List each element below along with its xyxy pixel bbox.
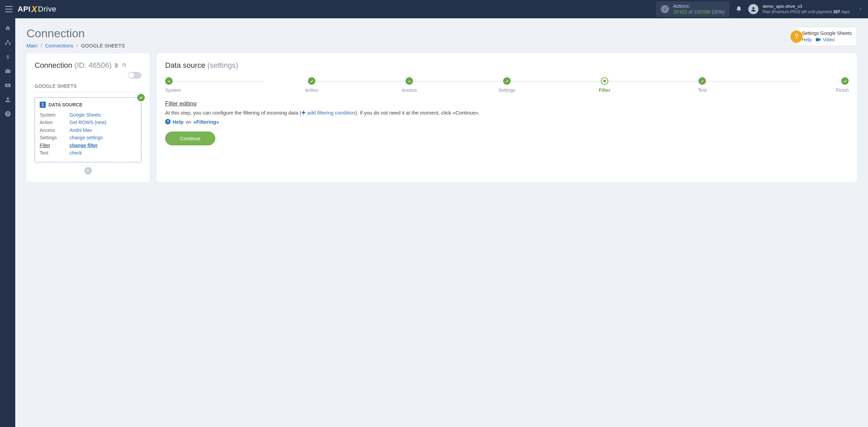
data-source-box: 1 DATA SOURCE SystemGoogle SheetsActionG… — [35, 97, 141, 162]
step-filter[interactable]: Filter — [556, 77, 653, 93]
home-icon[interactable] — [4, 25, 11, 32]
svg-point-0 — [752, 7, 754, 9]
step-dot — [503, 77, 511, 85]
plus-icon: ✚ — [301, 110, 307, 116]
help-info-icon: ? — [165, 119, 171, 124]
filter-editing-body: At this step, you can configure the filt… — [165, 109, 849, 117]
ds-row-key: Settings — [40, 134, 70, 141]
ds-row-link[interactable]: Andrii Mav — [70, 127, 92, 133]
actions-total: 100'000 — [694, 9, 710, 15]
ds-row-key: Filter — [40, 142, 70, 149]
step-finish[interactable]: Finish — [751, 77, 849, 93]
page-title: Connection — [26, 27, 125, 40]
info-icon: i — [661, 5, 669, 13]
step-label: Filter — [599, 87, 610, 93]
help-question-icon: ? — [790, 30, 803, 43]
dollar-icon[interactable]: $ — [4, 54, 11, 60]
step-dot — [406, 77, 413, 85]
user-menu[interactable]: demo_apix-drive_s3 Plan |Premium PRO| le… — [748, 4, 863, 14]
data-source-settings-card: Data source (settings) SystemActionAcces… — [157, 54, 857, 182]
user-icon[interactable] — [4, 96, 11, 103]
ds-row-link[interactable]: check — [70, 150, 82, 156]
logo-drive: Drive — [38, 5, 56, 14]
logo-api: API — [18, 5, 31, 14]
step-label: Access — [401, 87, 417, 93]
connection-label: Connection — [35, 61, 72, 70]
question-icon[interactable]: ? — [4, 110, 11, 117]
add-filtering-link[interactable]: add filtering condition — [307, 110, 355, 116]
help-filtering-link[interactable]: Help — [173, 119, 184, 125]
ds-row-action: ActionGet ROWS (new) — [40, 119, 136, 126]
actions-counter[interactable]: i Actions: 20'422 of 100'000 (20%) — [656, 1, 729, 17]
continue-button[interactable]: Continue — [165, 131, 215, 145]
step-test[interactable]: Test — [653, 77, 751, 93]
step-action[interactable]: Action — [263, 77, 360, 93]
bell-icon[interactable] — [735, 6, 742, 13]
breadcrumb: Main / Connections / GOOGLE SHEETS — [26, 43, 125, 48]
logo-x: X — [31, 4, 37, 15]
ds-row-link[interactable]: change settings — [70, 135, 103, 140]
breadcrumb-main[interactable]: Main — [26, 43, 38, 48]
svg-point-6 — [6, 97, 9, 100]
actions-label: Actions: — [673, 3, 725, 9]
step-label: Settings — [498, 87, 516, 93]
gear-icon[interactable] — [121, 63, 126, 68]
svg-rect-9 — [816, 38, 819, 41]
step-settings[interactable]: Settings — [458, 77, 556, 93]
ds-row-key: Test — [40, 149, 70, 157]
document-icon[interactable] — [114, 63, 119, 68]
help-link[interactable]: Help — [802, 37, 812, 42]
connection-toggle[interactable] — [128, 72, 141, 79]
step-dot — [308, 77, 315, 85]
connection-card: Connection (ID: 46506) GOOGLE SHEETS 1 D… — [26, 54, 150, 182]
user-plan: Plan |Premium PRO| left until payment 10… — [763, 9, 850, 15]
ds-badge: 1 — [40, 102, 46, 108]
logo[interactable]: APIXDrive — [18, 4, 56, 15]
briefcase-icon[interactable] — [4, 68, 11, 75]
actions-of: of — [689, 9, 693, 15]
breadcrumb-connections[interactable]: Connections — [45, 43, 73, 48]
content: Connection Main / Connections / GOOGLE S… — [15, 18, 868, 427]
step-label: System — [165, 87, 181, 93]
ds-row-key: Action — [40, 119, 70, 126]
ds-title: DATA SOURCE — [48, 102, 82, 107]
step-label: Action — [305, 87, 318, 93]
help-card: ? Settings Google Sheets Help Video — [797, 27, 857, 46]
sitemap-icon[interactable] — [4, 39, 11, 46]
actions-used: 20'422 — [673, 9, 687, 15]
ds-settings-sub: (settings) — [208, 61, 238, 69]
step-system[interactable]: System — [165, 77, 263, 93]
ds-row-link[interactable]: Google Sheets — [70, 112, 101, 118]
step-label: Test — [698, 87, 707, 93]
connection-id: (ID: 46506) — [74, 61, 112, 70]
chevron-down-icon — [858, 7, 863, 12]
breadcrumb-current: GOOGLE SHEETS — [81, 43, 125, 48]
add-button[interactable]: + — [84, 167, 92, 175]
ds-row-settings: Settingschange settings — [40, 134, 136, 141]
ds-row-link[interactable]: Get ROWS (new) — [70, 120, 106, 125]
help-card-title: Settings Google Sheets — [802, 30, 852, 36]
ds-row-system: SystemGoogle Sheets — [40, 111, 136, 119]
user-name: demo_apix-drive_s3 — [763, 4, 850, 9]
filter-editing-title: Filter editing — [165, 100, 849, 107]
ds-row-test: Testcheck — [40, 149, 136, 157]
step-label: Finish — [836, 87, 849, 93]
ds-settings-title: Data source — [165, 61, 205, 69]
menu-toggle[interactable] — [5, 6, 13, 12]
connection-service: GOOGLE SHEETS — [35, 83, 141, 93]
sidebar: $ ? — [0, 18, 15, 427]
step-dot — [841, 77, 849, 85]
svg-text:$: $ — [6, 54, 9, 60]
svg-rect-1 — [7, 40, 8, 41]
ds-row-link[interactable]: change filter — [70, 143, 98, 148]
check-icon — [137, 94, 145, 101]
video-icon — [816, 37, 822, 42]
step-dot — [698, 77, 706, 85]
video-link[interactable]: Video — [823, 37, 835, 42]
youtube-icon[interactable] — [4, 82, 11, 89]
help-line: ? Help on «Filtering» — [165, 119, 849, 125]
svg-text:?: ? — [6, 111, 9, 116]
step-access[interactable]: Access — [360, 77, 458, 93]
ds-row-filter: Filterchange filter — [40, 142, 136, 149]
ds-row-access: AccessAndrii Mav — [40, 126, 136, 134]
